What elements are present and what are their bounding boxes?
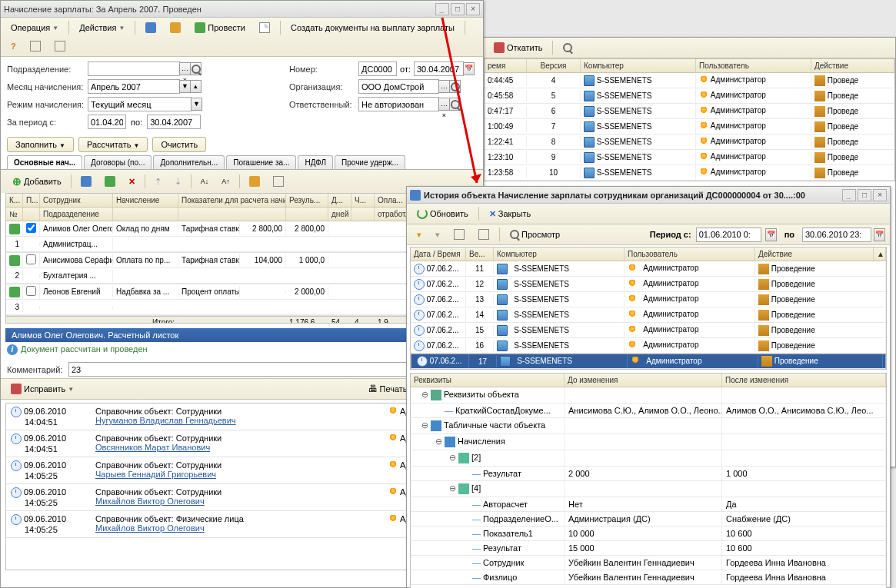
col-comp[interactable]: Компьютер: [581, 59, 696, 72]
month-dd[interactable]: ▼: [179, 80, 191, 93]
close-btn[interactable]: ×: [466, 3, 480, 15]
table-row[interactable]: —Результат2 0001 000: [411, 467, 886, 481]
resp-search[interactable]: [449, 98, 461, 111]
col-ver[interactable]: Версия: [527, 59, 581, 72]
table-row[interactable]: 1:23:109 S-SSEMENETS Администратор Прове…: [485, 150, 894, 165]
tb-tree1[interactable]: [25, 38, 46, 54]
table-row[interactable]: —Показатель110 00010 600: [411, 527, 886, 541]
org-input[interactable]: [358, 79, 439, 94]
table-row[interactable]: —ПодразделениеО...Администрация (ДС)Снаб…: [411, 512, 886, 527]
month-up[interactable]: ▴: [190, 80, 202, 93]
view-button[interactable]: Просмотр: [505, 228, 565, 241]
filter-btn2[interactable]: ▾: [430, 228, 445, 242]
table-row[interactable]: 1:22:418 S-SSEMENETS Администратор Прове…: [485, 135, 894, 150]
tab-2[interactable]: Дополнительн...: [153, 155, 225, 169]
group-btn[interactable]: [448, 227, 470, 242]
gtb-misc1[interactable]: [244, 174, 265, 189]
tb-icon2[interactable]: [165, 20, 186, 35]
table-row[interactable]: 0:44:454 S-SSEMENETS Администратор Прове…: [485, 73, 894, 88]
tb-icon3[interactable]: [254, 20, 275, 35]
gtb-sort2[interactable]: A↑: [216, 175, 235, 188]
col-user[interactable]: Пользователь: [696, 59, 811, 72]
tab-0[interactable]: Основные нач...: [7, 155, 82, 169]
close-button[interactable]: ✕Закрыть: [484, 207, 536, 221]
mode-input[interactable]: [88, 97, 192, 111]
period-to[interactable]: [147, 115, 201, 129]
org-pick[interactable]: …: [438, 80, 450, 93]
hist-close[interactable]: ×: [873, 189, 887, 201]
add-row-button[interactable]: ⊕Добавить: [7, 173, 67, 190]
maximize-btn[interactable]: □: [451, 3, 465, 15]
date-input[interactable]: [414, 61, 464, 76]
table-row[interactable]: 07.06.2...15 S-SSEMENETS Администратор П…: [411, 323, 886, 338]
table-row[interactable]: 0:45:585 S-SSEMENETS Администратор Прове…: [485, 88, 894, 104]
gtb-del[interactable]: ✕: [123, 174, 141, 189]
actions-menu[interactable]: Действия▼: [74, 21, 130, 35]
resp-clear[interactable]: …×: [438, 98, 450, 111]
hist-from[interactable]: [696, 228, 761, 242]
table-row[interactable]: 07.06.2...13 S-SSEMENETS Администратор П…: [411, 292, 886, 307]
subdivision-input[interactable]: [88, 61, 180, 76]
table-row[interactable]: —СотрудникУбейкин Валентин ГеннадиевичГо…: [411, 556, 886, 570]
table-row[interactable]: ⊖Реквизиты объекта: [411, 387, 886, 404]
gtb-sort1[interactable]: A↓: [195, 175, 215, 188]
hist-to[interactable]: [802, 228, 871, 242]
table-row[interactable]: 0:47:176 S-SSEMENETS Администратор Прове…: [485, 104, 894, 119]
create-pay-docs[interactable]: Создать документы на выплату зарплаты: [285, 21, 460, 35]
gtb-misc2[interactable]: [268, 174, 289, 189]
table-row[interactable]: ⊖Табличные части объекта: [411, 418, 886, 434]
tb-tree2[interactable]: [49, 38, 71, 54]
table-row[interactable]: 07.06.2...14 S-SSEMENETS Администратор П…: [411, 307, 886, 323]
table-row[interactable]: ⊖[4]: [411, 481, 886, 497]
number-input[interactable]: [358, 61, 397, 76]
date-cal[interactable]: 📅: [463, 62, 475, 75]
table-row[interactable]: —ФизлицоУбейкин Валентин ГеннадиевичГорд…: [411, 570, 886, 585]
table-row[interactable]: ⊖Начисления: [411, 434, 886, 450]
fill-button[interactable]: Заполнить ▼: [7, 137, 74, 152]
org-search[interactable]: [449, 80, 461, 93]
table-row[interactable]: 07.06.2...11 S-SSEMENETS Администратор П…: [411, 261, 886, 277]
tb-icon1[interactable]: [140, 20, 162, 35]
table-row[interactable]: 1:00:497 S-SSEMENETS Администратор Прове…: [485, 119, 894, 135]
col-time[interactable]: ремя: [485, 59, 527, 72]
gtb-up[interactable]: ⇡: [149, 174, 167, 189]
resp-input[interactable]: [358, 97, 439, 111]
calc-button[interactable]: Рассчитать ▼: [78, 137, 148, 152]
subdiv-clear[interactable]: …×: [179, 62, 191, 75]
tab-5[interactable]: Прочие удерж...: [335, 155, 405, 169]
table-row[interactable]: 07.06.2...17 S-SSEMENETS Администратор П…: [411, 354, 886, 369]
tab-4[interactable]: НДФЛ: [298, 155, 333, 169]
rollback-button[interactable]: Откатить: [488, 40, 548, 55]
minimize-btn[interactable]: _: [435, 3, 449, 15]
tb-help[interactable]: ?: [5, 39, 22, 53]
mode-dd[interactable]: ▼: [191, 98, 202, 111]
hist-from-cal[interactable]: 📅: [765, 228, 777, 241]
table-row[interactable]: ⊖[2]: [411, 450, 886, 467]
gtb-dn[interactable]: ⇣: [169, 174, 187, 189]
table-row[interactable]: 07.06.2...12 S-SSEMENETS Администратор П…: [411, 277, 886, 292]
table-row[interactable]: —Результат15 00010 600: [411, 541, 886, 556]
hist-to-cal[interactable]: 📅: [874, 228, 885, 241]
bg-view-btn[interactable]: [558, 41, 578, 55]
refresh-button[interactable]: Обновить: [411, 206, 474, 221]
table-row[interactable]: 1:23:5810 S-SSEMENETS Администратор Пров…: [485, 165, 894, 181]
col-act[interactable]: Действие: [811, 59, 894, 72]
fix-button[interactable]: Исправить▼: [5, 381, 79, 397]
operation-menu[interactable]: Операция▼: [5, 21, 64, 35]
table-row[interactable]: —АвторасчетНетДа: [411, 497, 886, 512]
tab-3[interactable]: Погашение за...: [226, 155, 296, 169]
settings-btn[interactable]: [473, 227, 495, 242]
gtb-2[interactable]: [99, 174, 121, 189]
period-from[interactable]: [88, 115, 126, 129]
subdiv-pick[interactable]: [190, 62, 202, 75]
table-row[interactable]: —КраткийСоставДокуме...Анисимова С.Ю., А…: [411, 404, 886, 418]
gtb-1[interactable]: [75, 174, 97, 189]
hist-max[interactable]: □: [858, 189, 871, 201]
month-input[interactable]: [88, 79, 180, 94]
conduct-button[interactable]: Провести: [189, 20, 251, 35]
clear-button[interactable]: Очистить: [152, 137, 206, 152]
filter-btn1[interactable]: ▾: [411, 228, 427, 242]
hist-min[interactable]: _: [842, 189, 856, 201]
tab-1[interactable]: Договоры (по...: [84, 155, 152, 169]
table-row[interactable]: 07.06.2...16 S-SSEMENETS Администратор П…: [411, 338, 886, 354]
